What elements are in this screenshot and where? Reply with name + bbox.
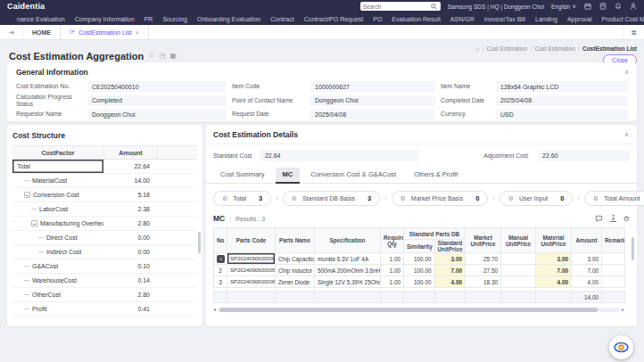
pin-tab-icon[interactable]: ⇥ <box>0 25 23 39</box>
cost-structure-header: CostFactor Amount <box>12 146 197 160</box>
cell-material: 4.00 <box>536 276 572 288</box>
cost-structure-table: CostFactor Amount Total22.64MaterialCost… <box>12 145 197 317</box>
assistant-fab-button[interactable] <box>609 335 633 359</box>
details-tab-conversion-cost-g-acost[interactable]: Conversion Cost & G&ACost <box>303 168 403 183</box>
download-icon[interactable]: ↧ <box>610 215 616 222</box>
tree-connector-line <box>38 251 44 252</box>
tree-row[interactable]: Conversion Cost5.18 <box>12 188 197 202</box>
summary-chip-total-amount[interactable]: ⚙Total Amount14.00 <box>584 191 644 206</box>
field-value: Donggeon Choi <box>310 95 435 106</box>
expand-icon[interactable] <box>24 192 30 198</box>
page-title: Cost Estimation Aggregation <box>9 51 144 62</box>
table-row[interactable]: 3SP2024090600008Zener DiodeSingle 12V 5.… <box>214 276 625 288</box>
cell-market: 18.30 <box>466 276 501 288</box>
global-search[interactable] <box>360 2 441 11</box>
menu-item-contract[interactable]: Contract <box>270 16 293 22</box>
menu-item-asn-gr[interactable]: ASN/GR <box>450 16 475 22</box>
breadcrumb-item[interactable]: CostEstimation List <box>582 45 637 52</box>
home-icon[interactable]: ⌂ <box>475 45 479 52</box>
summary-chip-total[interactable]: ⚙Total3 <box>213 191 271 206</box>
column-header-qty: Required Qty <box>381 228 404 253</box>
calendar-icon[interactable] <box>583 3 591 11</box>
history-icon[interactable]: ◷ <box>159 52 165 60</box>
user-icon[interactable] <box>629 3 637 11</box>
details-tab-cost-summary[interactable]: Cost Summary <box>213 168 272 183</box>
table-row[interactable]: 2SP2024090600005Chip Inductor500mA 200mO… <box>214 265 625 276</box>
summary-chip-standard-db-basis[interactable]: ⚙Standard DB Basis3 <box>283 191 381 206</box>
memo-icon[interactable] <box>599 3 607 11</box>
menu-item-approval[interactable]: Approval <box>567 16 592 22</box>
details-tab-others-profit[interactable]: Others & Profit <box>407 168 465 183</box>
tree-row-label: Manufacturing OverheadCost <box>40 220 103 226</box>
tree-cell-costfactor: G&ACost <box>12 259 103 273</box>
menu-item-invoice-tax-bill[interactable]: Invoice/Tax Bill <box>484 16 525 22</box>
column-header-market: Market UnitPrice <box>466 228 501 253</box>
tab-cost-estimation-list[interactable]: ⟳ CostEstimation List × <box>60 25 149 39</box>
breadcrumb-item[interactable]: Cost Estimation <box>534 45 575 52</box>
favorite-star-icon[interactable]: ☆ <box>148 52 154 60</box>
menu-item-nance-evaluation[interactable]: nance Evaluation <box>17 16 65 22</box>
menu-item-evaluation-result[interactable]: Evaluation Result <box>392 16 440 22</box>
menu-item-company-information[interactable]: Company Information <box>75 16 135 22</box>
tree-row-label: Conversion Cost <box>33 192 79 198</box>
tree-cell-costfactor: LaborCost <box>12 202 103 216</box>
expand-icon[interactable] <box>31 220 37 226</box>
details-tab-mc[interactable]: MC <box>276 168 301 183</box>
vertical-scrollbar-thumb[interactable] <box>198 232 201 253</box>
adjustment-cost-value: 22.60 <box>538 150 630 161</box>
language-label: English <box>551 4 570 10</box>
tree-row[interactable]: Direct Cost0.00 <box>12 231 197 245</box>
tree-row[interactable]: MaterialCost14.00 <box>12 174 197 188</box>
search-icon[interactable] <box>430 3 438 11</box>
grid-settings-icon[interactable]: ⚙ <box>623 215 630 223</box>
table-vertical-scrollbar-thumb[interactable] <box>632 237 634 260</box>
search-input[interactable] <box>363 4 428 10</box>
scroll-left-icon[interactable]: ◂ <box>213 307 216 312</box>
tree-connector-line <box>24 280 29 281</box>
breadcrumb-item[interactable]: Cost Estimation <box>487 45 528 52</box>
menu-item-onboarding-evaluation[interactable]: Onboarding Evaluation <box>197 16 260 22</box>
summary-chip-market-price-basis[interactable]: ⚙Market Price Basis0 <box>392 191 489 206</box>
menu-item-pr[interactable]: PR <box>144 16 153 22</box>
tree-row[interactable]: OtherCost2.80 <box>12 288 197 302</box>
refresh-icon[interactable]: ⟳ <box>70 29 75 36</box>
tree-cell-amount: 22.64 <box>103 163 157 169</box>
close-tab-icon[interactable]: × <box>136 29 139 36</box>
tree-row[interactable]: Manufacturing OverheadCost2.80 <box>12 217 197 231</box>
tree-row[interactable]: LaborCost2.38 <box>12 202 197 217</box>
menu-item-product-cost-management[interactable]: Product Cost Management <box>602 16 644 22</box>
scroll-right-icon[interactable]: ▸ <box>622 307 624 312</box>
menu-item-contract-po-request[interactable]: Contract/PO Request <box>304 16 364 22</box>
tree-row[interactable]: Total22.64 <box>12 160 197 174</box>
tree-cell-costfactor: Manufacturing OverheadCost <box>12 217 103 230</box>
copy-icon[interactable]: ▣ <box>169 52 177 60</box>
field-label: Completed Date <box>441 97 491 104</box>
column-header-material: Material UnitPrice <box>536 228 572 253</box>
menu-item-landing[interactable]: Landing <box>535 16 557 22</box>
table-row[interactable]: ›SP2024090600004Chip Capacitormurata 6.3… <box>214 253 625 265</box>
tab-home[interactable]: HOME <box>23 25 60 39</box>
tree-cell-amount: 2.80 <box>103 292 157 298</box>
tree-row[interactable]: G&ACost0.10 <box>12 259 197 274</box>
collapse-section-icon[interactable]: ∧ <box>624 131 629 138</box>
collapse-section-icon[interactable]: ∧ <box>624 69 629 76</box>
menu-item-sourcing[interactable]: Sourcing <box>162 16 187 22</box>
tree-cell-costfactor: Profit <box>12 302 103 316</box>
language-selector[interactable]: English ∨ <box>551 3 576 10</box>
field-label: Request Date <box>232 111 305 118</box>
feedback-icon[interactable] <box>595 215 603 223</box>
tree-row[interactable]: Profit0.41 <box>12 302 197 317</box>
tree-row[interactable]: Indirect Cost0.00 <box>12 245 197 259</box>
horizontal-scrollbar[interactable]: ◂ ▸ <box>213 307 624 312</box>
summary-chip-user-input[interactable]: ⚙User Input0 <box>500 191 574 206</box>
horizontal-scrollbar-thumb[interactable] <box>219 308 598 312</box>
menu-item-po[interactable]: PO <box>373 16 382 22</box>
chip-value: 0 <box>560 194 564 202</box>
column-header-no: No <box>214 228 227 253</box>
bell-icon[interactable] <box>614 3 622 11</box>
field-value: USD <box>496 109 628 119</box>
mc-table: NoParts CodeParts NameSpecificationRequi… <box>213 227 625 303</box>
tree-row[interactable]: WarehouseCost0.14 <box>12 274 197 288</box>
tree-connector-line <box>24 180 29 181</box>
tab-list-icon[interactable]: ≣ <box>623 25 644 39</box>
